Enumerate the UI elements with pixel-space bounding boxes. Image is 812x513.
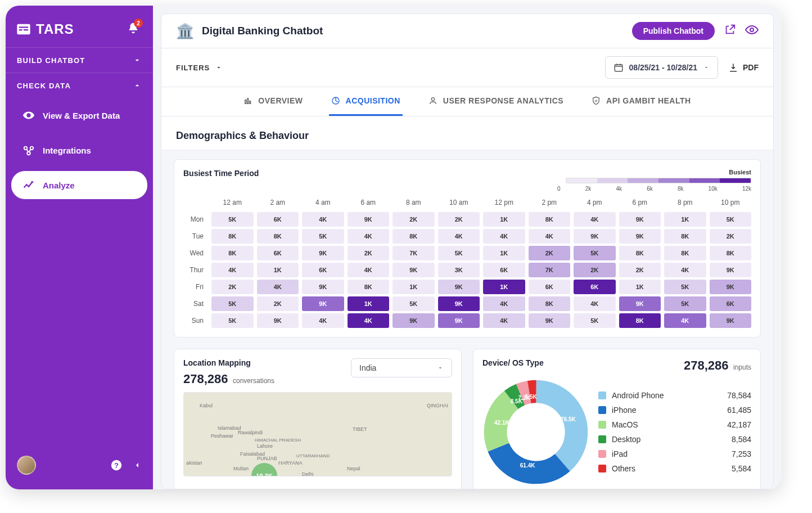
- heatmap-cell[interactable]: 5K: [664, 280, 706, 294]
- filters-toggle[interactable]: FILTERS: [176, 64, 222, 72]
- heatmap-cell[interactable]: 7K: [529, 263, 571, 277]
- heatmap-cell[interactable]: 2K: [393, 212, 435, 227]
- heatmap-cell[interactable]: 4K: [574, 296, 616, 311]
- collapse-sidebar-icon[interactable]: [133, 461, 142, 470]
- heatmap-cell[interactable]: 9K: [619, 296, 661, 311]
- heatmap-cell[interactable]: 1K: [483, 212, 525, 227]
- heatmap-cell[interactable]: 4K: [211, 263, 254, 277]
- date-range-select[interactable]: 08/25/21 - 10/28/21: [605, 56, 718, 79]
- heatmap-cell[interactable]: 1K: [483, 280, 525, 294]
- preview-icon[interactable]: [745, 23, 759, 39]
- heatmap-cell[interactable]: 2K: [529, 246, 571, 260]
- heatmap-cell[interactable]: 4K: [302, 212, 344, 227]
- heatmap-cell[interactable]: 8K: [211, 229, 254, 244]
- heatmap-cell[interactable]: 4K: [438, 229, 480, 244]
- sidebar-section-check-data[interactable]: CHECK DATA: [6, 73, 153, 98]
- location-map[interactable]: akistan Kabul Islamabad Peshawar Rawalpi…: [183, 392, 452, 476]
- heatmap-cell[interactable]: 4K: [664, 313, 706, 328]
- export-pdf-button[interactable]: PDF: [728, 62, 759, 73]
- heatmap-cell[interactable]: 8K: [664, 246, 706, 260]
- heatmap-cell[interactable]: 9K: [302, 296, 344, 311]
- heatmap-cell[interactable]: 5K: [302, 229, 344, 244]
- device-row[interactable]: Android Phone78,584: [598, 391, 751, 400]
- heatmap-cell[interactable]: 4K: [574, 212, 616, 227]
- heatmap-cell[interactable]: 4K: [483, 296, 525, 311]
- sidebar-section-build[interactable]: BUILD CHATBOT: [6, 47, 153, 73]
- publish-button[interactable]: Publish Chatbot: [632, 22, 715, 40]
- heatmap-cell[interactable]: 9K: [619, 229, 661, 244]
- heatmap-cell[interactable]: 9K: [438, 313, 480, 328]
- heatmap-cell[interactable]: 9K: [710, 280, 752, 294]
- heatmap-cell[interactable]: 5K: [710, 212, 752, 227]
- heatmap-cell[interactable]: 4K: [348, 313, 390, 328]
- heatmap-cell[interactable]: 9K: [529, 313, 571, 328]
- heatmap-cell[interactable]: 4K: [348, 229, 390, 244]
- heatmap-cell[interactable]: 8K: [348, 280, 390, 294]
- help-icon[interactable]: ?: [110, 459, 123, 471]
- heatmap-cell[interactable]: 1K: [483, 246, 525, 260]
- heatmap-cell[interactable]: 4K: [529, 229, 571, 244]
- device-row[interactable]: Desktop8,584: [598, 435, 751, 444]
- heatmap-cell[interactable]: 9K: [574, 229, 616, 244]
- heatmap-cell[interactable]: 8K: [529, 296, 571, 311]
- heatmap-cell[interactable]: 8K: [664, 229, 706, 244]
- heatmap-cell[interactable]: 6K: [529, 280, 571, 294]
- heatmap-cell[interactable]: 8K: [710, 246, 752, 260]
- country-select[interactable]: India: [351, 358, 452, 377]
- heatmap-cell[interactable]: 9K: [710, 263, 752, 277]
- heatmap-cell[interactable]: 1K: [257, 263, 299, 277]
- tab-user-response[interactable]: USER RESPONSE ANALYTICS: [426, 87, 566, 116]
- brand-logo[interactable]: TARS: [16, 21, 74, 37]
- heatmap-cell[interactable]: 9K: [393, 313, 435, 328]
- heatmap-cell[interactable]: 6K: [710, 296, 752, 311]
- heatmap-cell[interactable]: 9K: [438, 280, 480, 294]
- sidebar-item-analyze[interactable]: Analyze: [11, 171, 147, 199]
- device-row[interactable]: iPad7,253: [598, 449, 751, 458]
- device-row[interactable]: iPhone61,485: [598, 406, 751, 415]
- map-bubble[interactable]: 10.3K: [251, 463, 277, 476]
- heatmap-cell[interactable]: 4K: [302, 313, 344, 328]
- avatar[interactable]: [17, 456, 36, 475]
- heatmap-cell[interactable]: 2K: [710, 229, 752, 244]
- heatmap-cell[interactable]: 8K: [393, 229, 435, 244]
- heatmap-cell[interactable]: 5K: [664, 296, 706, 311]
- notifications-button[interactable]: 2: [127, 22, 139, 37]
- heatmap-cell[interactable]: 5K: [438, 246, 480, 260]
- heatmap-cell[interactable]: 1K: [619, 280, 661, 294]
- heatmap-cell[interactable]: 9K: [348, 212, 390, 227]
- heatmap-cell[interactable]: 5K: [211, 296, 254, 311]
- heatmap-cell[interactable]: 6K: [574, 280, 616, 294]
- heatmap-cell[interactable]: 9K: [302, 246, 344, 260]
- tab-overview[interactable]: OVERVIEW: [241, 87, 305, 116]
- heatmap-cell[interactable]: 1K: [664, 212, 706, 227]
- heatmap-cell[interactable]: 8K: [619, 313, 661, 328]
- heatmap-cell[interactable]: 4K: [257, 280, 299, 294]
- heatmap-cell[interactable]: 8K: [619, 246, 661, 260]
- heatmap-cell[interactable]: 4K: [664, 263, 706, 277]
- heatmap-cell[interactable]: 2K: [574, 263, 616, 277]
- sidebar-item-integrations[interactable]: Integrations: [11, 136, 147, 164]
- heatmap-cell[interactable]: 2K: [619, 263, 661, 277]
- heatmap-cell[interactable]: 5K: [574, 246, 616, 260]
- heatmap-cell[interactable]: 6K: [257, 212, 299, 227]
- heatmap-cell[interactable]: 6K: [302, 263, 344, 277]
- heatmap-cell[interactable]: 9K: [438, 296, 480, 311]
- heatmap-cell[interactable]: 2K: [348, 246, 390, 260]
- heatmap-cell[interactable]: 9K: [257, 313, 299, 328]
- heatmap-cell[interactable]: 8K: [211, 246, 254, 260]
- heatmap-cell[interactable]: 2K: [438, 212, 480, 227]
- open-external-icon[interactable]: [724, 24, 736, 38]
- heatmap-cell[interactable]: 6K: [483, 263, 525, 277]
- heatmap-cell[interactable]: 9K: [619, 212, 661, 227]
- heatmap-cell[interactable]: 9K: [710, 313, 752, 328]
- heatmap-cell[interactable]: 1K: [393, 280, 435, 294]
- heatmap-cell[interactable]: 9K: [393, 263, 435, 277]
- tab-api-gambit[interactable]: API GAMBIT HEALTH: [589, 87, 693, 116]
- heatmap-cell[interactable]: 5K: [574, 313, 616, 328]
- heatmap-cell[interactable]: 2K: [257, 296, 299, 311]
- heatmap-cell[interactable]: 9K: [302, 280, 344, 294]
- device-row[interactable]: Others5,584: [598, 464, 751, 473]
- heatmap-cell[interactable]: 5K: [211, 212, 254, 227]
- heatmap-cell[interactable]: 4K: [483, 313, 525, 328]
- heatmap-cell[interactable]: 4K: [483, 229, 525, 244]
